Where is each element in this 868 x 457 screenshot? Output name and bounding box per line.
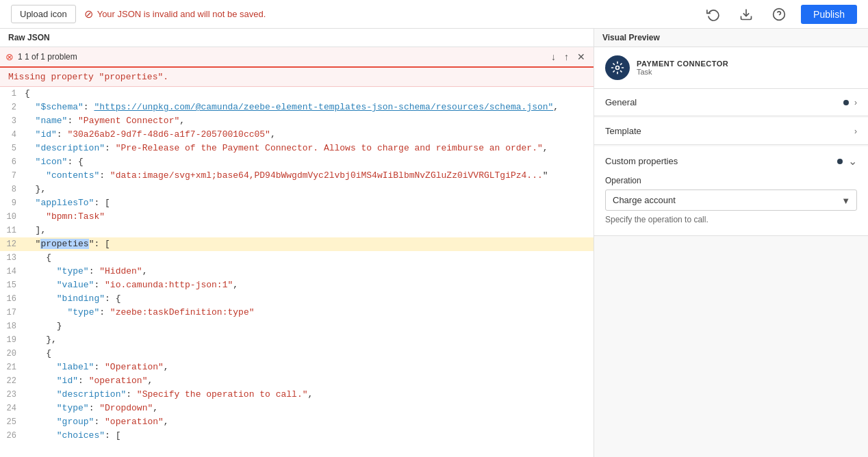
code-line-22: 22 "id": "operation", bbox=[0, 374, 593, 388]
line-num-14: 14 bbox=[0, 265, 25, 278]
download-button[interactable] bbox=[735, 3, 757, 25]
general-chevron-icon: › bbox=[854, 98, 857, 107]
line-num-10: 10 bbox=[0, 210, 25, 224]
line-content-17: "type": "zeebe:taskDefinition:type" bbox=[25, 306, 593, 319]
line-content-8: }, bbox=[25, 183, 593, 196]
publish-button[interactable]: Publish bbox=[801, 5, 857, 24]
line-content-6: "icon": { bbox=[25, 155, 593, 169]
line-content-13: { bbox=[25, 251, 593, 265]
line-num-19: 19 bbox=[0, 333, 25, 347]
operation-select[interactable]: Charge account Reimburse account bbox=[605, 190, 857, 211]
line-num-11: 11 bbox=[0, 224, 25, 237]
error-notification: ⊘ Your JSON is invalid and will not be s… bbox=[84, 8, 266, 21]
code-line-8: 8 }, bbox=[0, 183, 593, 196]
line-num-20: 20 bbox=[0, 347, 25, 361]
line-num-3: 3 bbox=[0, 114, 25, 128]
code-line-10: 10 "bpmn:Task" bbox=[0, 210, 593, 224]
header-left: Upload icon ⊘ Your JSON is invalid and w… bbox=[11, 5, 694, 23]
code-line-18: 18 } bbox=[0, 319, 593, 333]
line-content-1: { bbox=[25, 87, 593, 101]
line-content-23: "description": "Specify the operation to… bbox=[25, 388, 593, 402]
error-close-button[interactable]: ✕ bbox=[574, 50, 588, 64]
code-line-4: 4 "id": "30a26ab2-9d7f-48d6-a1f7-2057001… bbox=[0, 128, 593, 142]
error-message-line: Missing property "properties". bbox=[0, 68, 593, 87]
history-button[interactable] bbox=[702, 3, 724, 25]
header: Upload icon ⊘ Your JSON is invalid and w… bbox=[0, 0, 868, 29]
json-panel: Raw JSON ⊗ 1 1 of 1 problem ↓ ↑ ✕ Missin… bbox=[0, 29, 594, 457]
line-num-25: 25 bbox=[0, 415, 25, 429]
connector-icon bbox=[605, 55, 630, 80]
code-line-16: 16 "binding": { bbox=[0, 292, 593, 306]
code-line-11: 11 ], bbox=[0, 224, 593, 237]
line-content-20: { bbox=[25, 347, 593, 361]
line-num-2: 2 bbox=[0, 101, 25, 114]
json-panel-header: Raw JSON bbox=[0, 29, 593, 47]
svg-point-3 bbox=[616, 66, 620, 70]
connector-name: PAYMENT CONNECTOR bbox=[637, 60, 728, 68]
line-num-21: 21 bbox=[0, 361, 25, 374]
code-line-9: 9 "appliesTo": [ bbox=[0, 196, 593, 210]
error-circle-icon: ⊘ bbox=[84, 8, 93, 21]
general-dot-indicator bbox=[843, 100, 849, 105]
code-line-13: 13 { bbox=[0, 251, 593, 265]
custom-properties-section-icons: ⌄ bbox=[837, 155, 857, 168]
code-line-14: 14 "type": "Hidden", bbox=[0, 265, 593, 278]
general-section-header[interactable]: General › bbox=[594, 89, 868, 116]
error-bar-right: ↓ ↑ ✕ bbox=[548, 50, 588, 64]
line-content-26: "choices": [ bbox=[25, 429, 593, 443]
line-content-16: "binding": { bbox=[25, 292, 593, 306]
template-section-header[interactable]: Template › bbox=[594, 118, 868, 144]
code-line-21: 21 "label": "Operation", bbox=[0, 361, 593, 374]
custom-properties-section-header[interactable]: Custom properties ⌄ bbox=[594, 146, 868, 176]
connector-info: PAYMENT CONNECTOR Task bbox=[637, 60, 728, 76]
line-content-12: "propeties": [ bbox=[25, 237, 593, 251]
upload-icon-button[interactable]: Upload icon bbox=[11, 5, 76, 23]
code-line-26: 26 "choices": [ bbox=[0, 429, 593, 443]
line-content-25: "group": "operation", bbox=[25, 415, 593, 429]
error-nav-down-button[interactable]: ↓ bbox=[548, 50, 559, 64]
line-num-23: 23 bbox=[0, 388, 25, 402]
line-content-19: }, bbox=[25, 333, 593, 347]
error-bar-icon: ⊗ bbox=[5, 51, 14, 62]
line-num-17: 17 bbox=[0, 306, 25, 319]
line-content-21: "label": "Operation", bbox=[25, 361, 593, 374]
code-line-5: 5 "description": "Pre-Release of the Pay… bbox=[0, 142, 593, 155]
line-num-4: 4 bbox=[0, 128, 25, 142]
connector-type: Task bbox=[637, 68, 728, 76]
code-line-7: 7 "contents": "data:image/svg+xml;base64… bbox=[0, 169, 593, 183]
code-line-25: 25 "group": "operation", bbox=[0, 415, 593, 429]
general-section: General › bbox=[594, 89, 868, 116]
operation-section: Operation Charge account Reimburse accou… bbox=[594, 176, 868, 235]
custom-properties-dot-indicator bbox=[837, 159, 843, 164]
line-num-1: 1 bbox=[0, 87, 25, 101]
code-line-1: 1 { bbox=[0, 87, 593, 101]
error-bar: ⊗ 1 1 of 1 problem ↓ ↑ ✕ bbox=[0, 47, 593, 68]
error-nav-up-button[interactable]: ↑ bbox=[561, 50, 572, 64]
main-container: Raw JSON ⊗ 1 1 of 1 problem ↓ ↑ ✕ Missin… bbox=[0, 29, 868, 457]
line-content-18: } bbox=[25, 319, 593, 333]
code-line-6: 6 "icon": { bbox=[0, 155, 593, 169]
code-line-17: 17 "type": "zeebe:taskDefinition:type" bbox=[0, 306, 593, 319]
preview-panel-header: Visual Preview bbox=[594, 29, 868, 47]
line-num-13: 13 bbox=[0, 251, 25, 265]
help-button[interactable] bbox=[768, 3, 790, 25]
code-editor[interactable]: 1 { 2 "$schema": "https://unpkg.com/@cam… bbox=[0, 87, 593, 457]
line-content-9: "appliesTo": [ bbox=[25, 196, 593, 210]
line-num-9: 9 bbox=[0, 196, 25, 210]
line-content-7: "contents": "data:image/svg+xml;base64,P… bbox=[25, 169, 593, 183]
template-section-title: Template bbox=[605, 126, 641, 136]
line-num-26: 26 bbox=[0, 429, 25, 443]
line-num-7: 7 bbox=[0, 169, 25, 183]
error-count-text: 1 1 of 1 problem bbox=[18, 52, 77, 62]
preview-panel: Visual Preview PAYMENT CONNECTOR Task Ge… bbox=[594, 29, 868, 457]
template-section: Template › bbox=[594, 118, 868, 145]
line-content-22: "id": "operation", bbox=[25, 374, 593, 388]
code-line-24: 24 "type": "Dropdown", bbox=[0, 402, 593, 415]
line-content-14: "type": "Hidden", bbox=[25, 265, 593, 278]
custom-properties-section-title: Custom properties bbox=[605, 156, 678, 166]
operation-label: Operation bbox=[605, 176, 857, 185]
general-section-title: General bbox=[605, 97, 637, 107]
line-num-15: 15 bbox=[0, 278, 25, 292]
line-num-6: 6 bbox=[0, 155, 25, 169]
code-line-19: 19 }, bbox=[0, 333, 593, 347]
